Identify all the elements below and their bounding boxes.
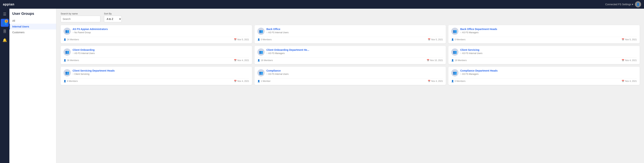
parent-label: Client Servicing [74, 73, 89, 75]
notification-badge: 1 [5, 20, 8, 23]
group-icon: 👥 [64, 28, 71, 35]
group-icon: 👥 [64, 69, 71, 76]
members-count: 16 Members [261, 59, 273, 62]
calendar-icon: 📅 [428, 38, 430, 41]
parent-arrow: ↑ [266, 73, 268, 75]
card-title[interactable]: Client Onboarding [72, 48, 249, 51]
members-count: 8 Members [67, 80, 78, 82]
card-date: 📅 Nov 5, 2021 [622, 38, 637, 41]
group-icon: 👥 [64, 48, 71, 56]
date-value: Nov 5, 2021 [237, 38, 249, 41]
date-value: Nov 4, 2021 [237, 80, 249, 82]
card-title[interactable]: Client Servicing Department Heads [72, 69, 249, 72]
card-header: 👥 Client Servicing Department Heads ↑ Cl… [64, 69, 249, 76]
parent-arrow: ↑ [266, 52, 268, 55]
page-title: User Groups [10, 12, 56, 18]
card-parent: ↑ AS FS Internal Users [266, 31, 443, 34]
avatar[interactable]: 👤 [635, 1, 641, 8]
members-count: 0 Members [455, 80, 466, 82]
card-parent: ↑ AS FS Managers [266, 52, 443, 55]
sort-select[interactable]: A to Z Z to A [104, 16, 122, 22]
database-icon[interactable]: 🗄 [1, 28, 9, 35]
parent-label: AS FS Managers [462, 31, 478, 34]
card-title[interactable]: Compliance Department Heads [460, 69, 637, 72]
card-item[interactable]: 👥 Client Onboarding ↑ AS FS Internal Use… [61, 46, 252, 64]
card-parent: ↑ AS FS Internal Users [72, 52, 249, 55]
bell-icon[interactable]: 🔔 [1, 36, 9, 44]
calendar-icon: 📅 [234, 38, 237, 41]
members-icon: 👤 [451, 38, 454, 41]
parent-arrow: ↑ [72, 52, 74, 55]
card-parent: ↑ AS FS Internal Users [266, 73, 443, 75]
card-info: Client Servicing Department Heads ↑ Clie… [72, 69, 249, 75]
sidebar-item-internal-users[interactable]: Internal Users [10, 24, 56, 30]
card-item[interactable]: 👥 Client Servicing ↑ AS FS Internal User… [448, 46, 640, 64]
group-icon: 👥 [451, 28, 458, 35]
card-item[interactable]: 👥 Compliance ↑ AS FS Internal Users 👤 1 … [254, 67, 446, 85]
menu-icon[interactable]: ☰ [1, 10, 9, 18]
card-item[interactable]: 👥 AS FS Appian Administrators ↑ No Paren… [61, 25, 252, 43]
card-item[interactable]: 👥 Back Office ↑ AS FS Internal Users 👤 0… [254, 25, 446, 43]
parent-arrow: ↑ [460, 73, 461, 75]
members-count: 36 Members [67, 59, 79, 62]
card-members: 👤 0 Members [258, 38, 272, 41]
members-count: 1 Member [261, 80, 270, 82]
members-icon: 👤 [451, 59, 454, 62]
card-info: Back Office ↑ AS FS Internal Users [266, 28, 443, 34]
search-bar-row: Search by name Sort By A to Z Z to A [61, 12, 640, 22]
parent-arrow: ↑ [266, 31, 268, 34]
group-icon: 👥 [258, 69, 264, 76]
members-icon: 👤 [64, 80, 66, 82]
calendar-icon: 📅 [234, 80, 237, 82]
parent-arrow: ↑ [72, 73, 74, 75]
calendar-icon: 📅 [622, 38, 624, 41]
parent-label: No Parent Group [74, 31, 91, 34]
card-item[interactable]: 👥 Compliance Department Heads ↑ AS FS Ma… [448, 67, 640, 85]
card-parent: ↑ Client Servicing [72, 73, 249, 75]
sidebar-item-customers[interactable]: Customers [10, 30, 56, 35]
card-title[interactable]: Client Onboarding Department He... [266, 48, 443, 51]
date-value: Nov 4, 2021 [237, 59, 249, 62]
card-footer: 👤 0 Members 📅 Nov 4, 2021 [451, 78, 637, 82]
card-header: 👥 Client Servicing ↑ AS FS Internal User… [451, 48, 637, 56]
search-label: Search by name [61, 12, 100, 15]
card-parent: ↑ AS FS Managers [460, 73, 637, 75]
card-info: Client Onboarding Department He... ↑ AS … [266, 48, 443, 55]
card-item[interactable]: 👥 Client Onboarding Department He... ↑ A… [254, 46, 446, 64]
members-icon: 👤 [258, 80, 260, 82]
date-value: Nov 5, 2021 [625, 38, 637, 41]
users-icon[interactable]: 👥1 [1, 19, 9, 27]
card-parent: ↑ AS FS Internal Users [460, 52, 637, 55]
calendar-icon: 📅 [622, 80, 624, 82]
sidebar-item-all[interactable]: All [10, 18, 56, 24]
card-footer: 👤 18 Members 📅 Nov 4, 2021 [451, 58, 637, 62]
card-members: 👤 0 Members [451, 80, 466, 82]
card-title[interactable]: Compliance [266, 69, 443, 72]
card-info: Client Servicing ↑ AS FS Internal Users [460, 48, 637, 55]
card-date: 📅 Nov 4, 2021 [622, 80, 637, 82]
top-nav: appian Connected FS Settings ▾ 👤 [0, 0, 644, 9]
card-date: 📅 Nov 4, 2021 [428, 80, 443, 82]
card-header: 👥 Back Office ↑ AS FS Internal Users [258, 28, 443, 35]
appian-logo: appian [3, 3, 14, 6]
card-footer: 👤 36 Members 📅 Nov 4, 2021 [64, 58, 249, 62]
sort-label: Sort By [104, 12, 122, 15]
card-title[interactable]: AS FS Appian Administrators [72, 28, 249, 31]
card-title[interactable]: Client Servicing [460, 48, 637, 51]
card-info: Compliance Department Heads ↑ AS FS Mana… [460, 69, 637, 75]
sort-group: Sort By A to Z Z to A [104, 12, 122, 22]
card-title[interactable]: Back Office [266, 28, 443, 31]
group-icon: 👥 [258, 28, 264, 35]
calendar-icon: 📅 [622, 59, 624, 62]
card-parent: ↑ No Parent Group [72, 31, 249, 34]
parent-label: AS FS Internal Users [268, 73, 288, 75]
card-item[interactable]: 👥 Client Servicing Department Heads ↑ Cl… [61, 67, 252, 85]
card-title[interactable]: Back Office Department Heads [460, 28, 637, 31]
card-item[interactable]: 👥 Back Office Department Heads ↑ AS FS M… [448, 25, 640, 43]
search-input[interactable] [61, 16, 100, 22]
connected-settings[interactable]: Connected FS Settings ▾ [605, 3, 633, 6]
parent-label: AS FS Managers [268, 52, 285, 55]
card-date: 📅 Nov 4, 2021 [234, 80, 249, 82]
parent-label: AS FS Internal Users [74, 52, 95, 55]
parent-label: AS FS Managers [462, 73, 478, 75]
